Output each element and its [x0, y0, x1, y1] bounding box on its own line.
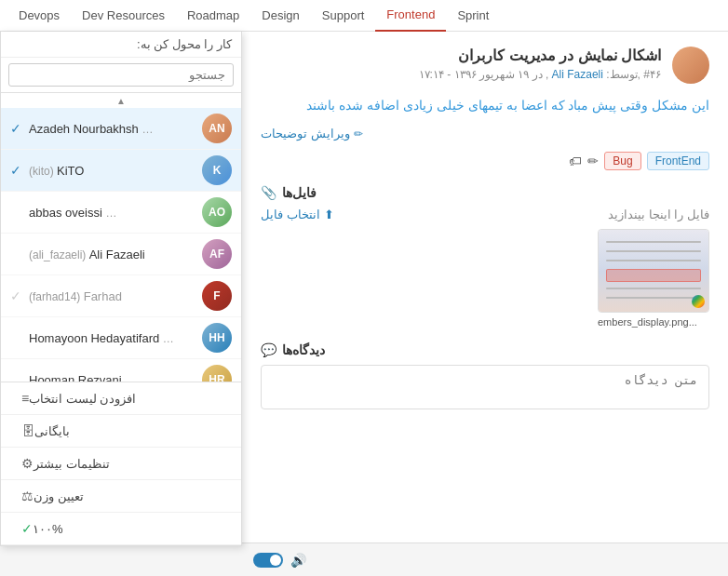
search-wrap: [1, 58, 241, 93]
user-item[interactable]: Hooman Rezvani … HR: [1, 359, 241, 382]
file-actions-row: فایل را اینجا بیندازید ⬆ انتخاب فایل: [261, 208, 709, 221]
user-avatar: HR: [202, 365, 232, 382]
nav-item-design[interactable]: Design: [250, 0, 310, 32]
issue-header: اشکال نمایش در مدیریت کاربران #۴۶ ,توسط:…: [261, 47, 709, 84]
issue-meta-separator: ,توسط:: [603, 68, 640, 81]
comment-input[interactable]: [261, 365, 709, 409]
nav-item-support[interactable]: Support: [311, 0, 376, 32]
user-name: (farhad14) Farhad: [29, 289, 195, 303]
issue-panel: اشکال نمایش در مدیریت کاربران #۴۶ ,توسط:…: [242, 32, 728, 543]
upload-icon: ⬆: [324, 208, 334, 221]
issue-time-value: ۱۷:۱۴: [419, 68, 444, 81]
user-name: abbas oveissi …: [29, 206, 195, 220]
comments-section: دیدگاه‌ها 💬: [261, 342, 709, 413]
bottom-bar: 🔊: [242, 543, 728, 576]
user-avatar: AN: [202, 114, 232, 143]
thumb-line-4: [606, 288, 701, 289]
user-item[interactable]: ✓ Azadeh Nourbakhsh … AN: [1, 108, 241, 150]
labels-row: 🏷 ✏ Bug FrontEnd: [261, 152, 709, 170]
nav-item-dev-resources[interactable]: Dev Resources: [71, 0, 176, 32]
archive-label: بایگانی: [34, 424, 70, 438]
issue-title: اشکال نمایش در مدیریت کاربران: [261, 47, 661, 64]
more-settings-label: تنظیمات بیشتر: [34, 457, 110, 471]
file-thumbnail[interactable]: [598, 229, 709, 313]
dropdown-actions: افزودن لیست انتخاب ≡ بایگانی 🗄 تنظیمات ب…: [1, 382, 241, 545]
issue-date: ۱۹ شهریور ۱۳۹۶: [454, 68, 530, 81]
chat-icon: 💬: [261, 342, 276, 357]
thumbnail-preview: [599, 230, 708, 312]
user-item[interactable]: ✓ (farhad14) Farhad F: [1, 275, 241, 317]
toggle-switch[interactable]: [253, 553, 283, 568]
nav-item-roadmap[interactable]: Roadmap: [176, 0, 250, 32]
nav-item-devops[interactable]: Devops: [7, 0, 71, 32]
thumb-line-1: [606, 241, 701, 243]
thumb-highlight-row: [606, 269, 701, 282]
thumb-line-3: [606, 260, 701, 261]
user-item[interactable]: (ali_fazaeli) Ali Fazaeli AF: [1, 234, 241, 275]
edit-description-link[interactable]: ویرایش توضیحات: [261, 127, 350, 141]
paperclip-icon: 📎: [261, 185, 276, 200]
toggle-knob: [270, 555, 281, 566]
user-username: …: [142, 123, 153, 136]
upload-label: انتخاب فایل: [261, 208, 320, 221]
user-avatar: F: [202, 281, 232, 311]
user-name: Azadeh Nourbakhsh …: [29, 122, 195, 136]
gdrive-icon: [692, 295, 705, 308]
user-avatar: K: [202, 155, 232, 185]
user-name: (ali_fazaeli) Ali Fazaeli: [29, 248, 195, 261]
label-frontend[interactable]: FrontEnd: [647, 152, 709, 170]
thumb-line-5: [606, 297, 701, 299]
check-icon: ✓: [10, 288, 29, 303]
issue-title-block: اشکال نمایش در مدیریت کاربران #۴۶ ,توسط:…: [261, 47, 661, 81]
edit-pencil-icon: ✏: [354, 127, 363, 141]
issue-description: این مشکل وقتی پیش مباد که اعضا به تیمهای…: [261, 95, 709, 115]
nav-item-sprint[interactable]: Sprint: [446, 0, 500, 32]
user-item[interactable]: Homayoon Hedayatifard … HH: [1, 317, 241, 359]
thumb-line-2: [606, 250, 701, 252]
assign-user-dropdown: کار را محول کن به: ▲ ✓ Azadeh Nourbakhsh…: [0, 32, 242, 546]
check-icon: ✓: [10, 163, 29, 178]
issue-author-link[interactable]: Ali Fazaeli: [552, 68, 603, 81]
nav-item-frontend[interactable]: Frontend: [375, 0, 446, 32]
comments-title-text: دیدگاه‌ها: [282, 342, 325, 357]
user-item[interactable]: ✓ (kito) KiTO K: [1, 150, 241, 192]
user-list: ▲ ✓ Azadeh Nourbakhsh … AN ✓ (kito) KiTO…: [1, 93, 241, 382]
label-bug[interactable]: Bug: [604, 152, 640, 170]
issue-meta: #۴۶ ,توسط: Ali Fazaeli , در ۱۹ شهریور ۱۳…: [261, 68, 661, 81]
check-circle-icon: ✓: [21, 521, 33, 536]
top-navigation: Devops Dev Resources Roadmap Design Supp…: [0, 0, 728, 32]
edit-label-icon[interactable]: ✏: [587, 154, 599, 168]
check-icon: ✓: [10, 121, 29, 136]
user-item[interactable]: abbas oveissi … AO: [1, 192, 241, 234]
file-name: embers_display.png...: [598, 316, 709, 328]
issue-author-avatar: [672, 47, 709, 84]
scroll-up-arrow: ▲: [116, 96, 126, 106]
user-avatar: AF: [202, 239, 232, 269]
set-weight-action[interactable]: تعیین وزن ⚖: [1, 480, 241, 513]
files-title-text: فایل‌ها: [282, 185, 317, 200]
issue-meta-date: , در: [529, 68, 548, 81]
add-list-action[interactable]: افزودن لیست انتخاب ≡: [1, 382, 241, 415]
edit-description-row: ✏ ویرایش توضیحات: [261, 127, 709, 141]
comments-title: دیدگاه‌ها 💬: [261, 342, 709, 357]
archive-action[interactable]: بایگانی 🗄: [1, 415, 241, 448]
user-name: Hooman Rezvani …: [29, 373, 195, 382]
issue-number: #۴۶: [643, 68, 661, 81]
files-section-title: فایل‌ها 📎: [261, 185, 709, 200]
label-tag-icon: 🏷: [569, 154, 582, 168]
progress-label: ١۰۰%: [33, 522, 63, 536]
user-name: (kito) KiTO: [29, 164, 195, 178]
progress-action[interactable]: ١۰۰% ✓: [1, 513, 241, 545]
user-search-input[interactable]: [8, 63, 234, 87]
archive-icon: 🗄: [21, 423, 34, 438]
list-icon: ≡: [21, 391, 29, 406]
user-avatar: AO: [202, 197, 232, 227]
user-avatar: HH: [202, 323, 232, 353]
file-drop-text: فایل را اینجا بیندازید: [608, 208, 709, 221]
file-upload-button[interactable]: ⬆ انتخاب فایل: [261, 208, 334, 221]
more-settings-action[interactable]: تنظیمات بیشتر ⚙: [1, 448, 241, 480]
gear-icon: ⚙: [21, 456, 34, 471]
user-name: Homayoon Hedayatifard …: [29, 331, 195, 345]
file-thumbnail-wrap: embers_display.png...: [598, 229, 709, 328]
dropdown-title: کار را محول کن به:: [1, 32, 241, 58]
